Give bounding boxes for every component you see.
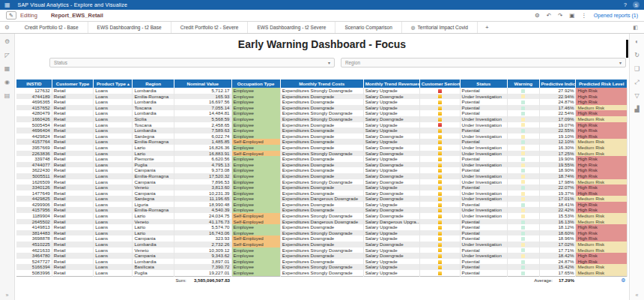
undo-icon[interactable]: ↶ [547, 12, 551, 20]
column-header-warning[interactable]: Warning [508, 80, 539, 88]
column-header-occupation[interactable]: Occupation Type [231, 80, 280, 88]
table-row[interactable]: 2263836RetailLoansLazio16,883.91Self-Emp… [16, 151, 628, 157]
table-row[interactable]: 4157764RetailLoansEmilia-Romagna1,485.85… [16, 139, 628, 145]
cell-trend_rev: Salary Upgrade [363, 230, 419, 236]
table-row[interactable]: 5247727RetailLoansLombardia3,897.01Emplo… [16, 259, 628, 265]
gear-icon[interactable]: ⚙ [4, 38, 10, 45]
table-row[interactable]: 5005454RetailLoansToscana2,458.65Employe… [16, 122, 628, 128]
table-row[interactable]: 3340126RetailLoansVeneto3,813.60Employee… [16, 184, 628, 190]
tab-ews-dashboarding-t2-base[interactable]: EWS Dashboarding - t2 Base [88, 22, 171, 33]
table-row[interactable]: 1660426RetailLoansSicilia5,568.59Employe… [16, 116, 628, 122]
table-row[interactable]: 4696404RetailLoansLombardia7,589.63Emplo… [16, 128, 628, 134]
display-mode-icon[interactable]: ▣ [569, 12, 574, 20]
sort-ascending-icon: ▴ [127, 82, 130, 86]
table-row[interactable]: 4510225RetailLoansLombardia2,732.26Self-… [16, 242, 628, 248]
table-row[interactable]: 4149813RetailLoansLazio5,574.70EmployeeE… [16, 224, 628, 230]
table-row[interactable]: 4157956RetailLoansEmilia-Romagna4,540.39… [16, 207, 628, 213]
cell-warning [508, 270, 539, 276]
table-row[interactable]: 3622430RetailLoansCampania9,373.08Employ… [16, 167, 628, 173]
cell-warning [508, 173, 539, 179]
tab-credit-portfolio-t2-severe[interactable]: Credit Portfolio t2 - Severe [171, 22, 249, 33]
column-header-status[interactable]: Status [460, 80, 508, 88]
warning-mint-square [521, 112, 525, 116]
region-filter-dropdown[interactable]: Region▾ [341, 58, 626, 68]
table-row[interactable]: 5083996RetailLoansPuglia19,227.01Employe… [16, 270, 628, 276]
composer-icon[interactable]: ▤ [4, 92, 10, 99]
cell-risk: Medium Risk [576, 179, 628, 185]
table-row[interactable]: 5166394RetailLoansBasilicata7,390.72Empl… [16, 264, 628, 270]
table-row[interactable]: 5005511RetailLoansEmilia-Romagna17,520.3… [16, 173, 628, 179]
table-row[interactable]: 4744077RetailLoansPuglia4,795.13Employee… [16, 162, 628, 168]
cell-product_type: Loans [94, 99, 133, 105]
chart-icon[interactable]: ◸ [4, 52, 9, 58]
warning-mint-square [521, 266, 525, 269]
table-row[interactable]: 4280479RetailLoansLombardia14,484.81Empl… [16, 110, 628, 116]
table-row[interactable]: 2645502RetailLoansVeneto41,176.73Self-Em… [16, 219, 628, 225]
column-header-customer_type[interactable]: Customer Type [52, 80, 93, 88]
cell-product_type: Loans [94, 230, 133, 236]
scrollbar-thumb[interactable] [626, 40, 628, 58]
cell-status: Potential [460, 236, 508, 242]
tab-scenario-comparison[interactable]: Scenario Comparison [335, 22, 401, 33]
column-header-instid[interactable]: INSTID [16, 80, 52, 88]
seniority-red-square [438, 89, 442, 93]
tab-ews-dashboarding-t2-severe[interactable]: EWS Dashboarding - t2 Severe [248, 22, 335, 33]
table-row[interactable]: 3814483RetailLoansLazio16,743.06Employee… [16, 230, 628, 236]
table-row[interactable]: 127632RetailLoansLombardia5,712.17Employ… [16, 88, 628, 94]
column-header-trend_rev[interactable]: Monthly Trend Revenues [363, 80, 419, 88]
expand-icon[interactable]: ⤢ [634, 79, 639, 86]
filter-icon[interactable]: ▽ [634, 92, 639, 99]
table-row[interactable]: 4744189RetailLoansEmilia-Romagna165.93Em… [16, 94, 628, 100]
map-pin-icon[interactable]: ◉ [4, 79, 10, 86]
history-icon[interactable]: ↻ [634, 52, 640, 58]
cell-instid: 4157764 [16, 139, 52, 145]
table-row[interactable]: 3464780RetailLoansCampania9,343.62Employ… [16, 253, 628, 259]
table-row[interactable]: 4696365RetailLoansLombardia16,697.56Empl… [16, 99, 628, 105]
table-icon[interactable]: ▦ [4, 65, 10, 72]
table-row[interactable]: 1189904RetailLoansLazio24,034.75Self-Emp… [16, 213, 628, 219]
avatar[interactable]: S [633, 2, 640, 8]
redo-icon[interactable]: ↷ [558, 12, 562, 20]
cell-occupation: Employee [231, 179, 280, 185]
column-header-trend_costs[interactable]: Monthly Trend Costs [280, 80, 363, 88]
table-row[interactable]: 1626509RetailLoansCampania7,896.53Employ… [16, 179, 628, 185]
column-header-seniority[interactable]: Customer Seniority [419, 80, 460, 88]
app-launcher-icon[interactable]: ▦ [4, 2, 10, 8]
cell-instid: 5005511 [16, 173, 52, 179]
table-row[interactable]: 4429825RetailLoansSardegna11,196.65Emplo… [16, 196, 628, 202]
table-row[interactable]: 339748RetailLoansPiemonte6,620.56Employe… [16, 156, 628, 162]
table-row[interactable]: 4621633RetailLoansVeneto10,309.12Employe… [16, 248, 628, 254]
column-header-indicator[interactable]: Predictive Indicator [539, 80, 576, 88]
more-options-icon[interactable]: ⋮ [581, 12, 587, 20]
tab-territorial-impact-covid[interactable]: ◍Territorial Impact Covid [402, 22, 478, 33]
tab-overflow-icon[interactable]: ◧ [633, 25, 640, 31]
cell-nominal: 6,620.56 [174, 156, 231, 162]
opened-reports-link[interactable]: Opened reports (1) [594, 13, 638, 18]
tab-settings-icon[interactable]: ⚙ [4, 24, 10, 31]
table-row[interactable]: 4157652RetailLoansToscana7,055.14Employe… [16, 105, 628, 111]
cell-instid: 5166394 [16, 264, 52, 270]
status-filter-dropdown[interactable]: Status▾ [49, 58, 335, 68]
column-header-product_type[interactable]: Product Type▴ [94, 80, 133, 88]
help-button[interactable]: ? [624, 2, 627, 8]
add-tab-button[interactable]: + [478, 24, 496, 31]
comment-icon[interactable]: ❑ [634, 65, 640, 72]
left-rail-expand-icon[interactable]: » [6, 292, 9, 298]
edit-pencil-button[interactable]: ✎ [6, 11, 16, 20]
table-row[interactable]: 3957669RetailLoansLazio16,826.36Employee… [16, 145, 628, 151]
cell-instid: 3622430 [16, 167, 52, 173]
column-header-nominal[interactable]: Nominal Value [174, 80, 231, 88]
column-header-region[interactable]: Region [133, 80, 174, 88]
column-header-risk[interactable]: Predicted Risk Level [576, 80, 628, 88]
ranking-icon[interactable]: ▟ [634, 106, 639, 112]
tab-credit-portfolio-t2-base[interactable]: Credit Portfolio t2 - Base [16, 22, 88, 33]
warning-pale-square [521, 123, 525, 127]
table-row[interactable]: 4429824RetailLoansSardegna6,022.74Employ… [16, 134, 628, 140]
table-row[interactable]: 1477649RetailLoansCampania10,231.39Emplo… [16, 190, 628, 196]
table-row[interactable]: 4299906RetailLoansLiguria18,990.48Employ… [16, 202, 628, 208]
table-row[interactable]: 3698878RetailLoansCampania323.93Self-Emp… [16, 236, 628, 242]
insight-icon[interactable]: ◐ [635, 38, 639, 45]
settings-icon[interactable]: ⚙ [535, 12, 540, 20]
table-settings-icon[interactable]: ⚙ [576, 276, 628, 284]
right-rail-collapse-icon[interactable]: « [636, 292, 639, 298]
